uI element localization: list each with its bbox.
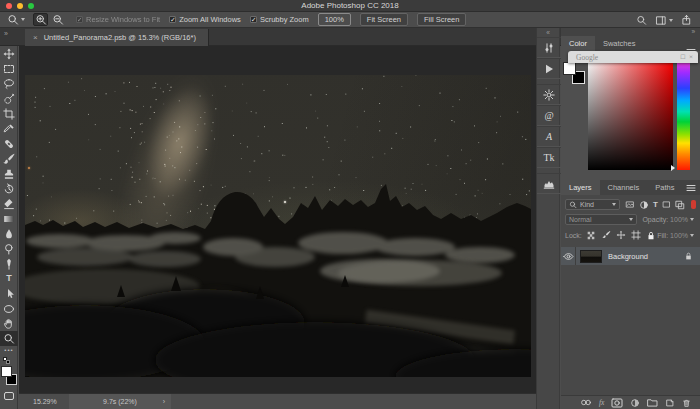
fill-value-select[interactable]: 100% — [668, 230, 696, 241]
app-title: Adobe Photoshop CC 2018 — [0, 0, 700, 12]
chevron-down-icon — [690, 234, 694, 237]
hue-strip[interactable] — [677, 58, 690, 170]
zoom-in-mode-button[interactable] — [33, 13, 48, 26]
foreground-color-swatch[interactable] — [563, 62, 576, 75]
tab-layers[interactable]: Layers — [561, 180, 600, 195]
toolbar-collapse-chevron[interactable]: » — [4, 30, 8, 37]
close-tab-icon[interactable]: × — [33, 33, 38, 42]
dock-paragraph-panel[interactable]: @ — [537, 105, 561, 126]
status-options-chevron[interactable]: › — [163, 398, 165, 405]
tab-swatches[interactable]: Swatches — [595, 36, 644, 51]
layer-name[interactable]: Background — [608, 252, 648, 261]
lock-transparent-icon[interactable] — [586, 230, 596, 240]
spot-healing-brush-tool[interactable] — [0, 136, 18, 151]
dock-sliders-panel[interactable] — [537, 37, 561, 58]
default-swap-colors[interactable] — [0, 356, 18, 365]
history-brush-tool[interactable] — [0, 181, 18, 196]
shape-filter-icon[interactable] — [662, 200, 671, 209]
lock-artboard-icon[interactable] — [631, 230, 641, 240]
photoshop-window: Adobe Photoshop CC 2018 ✓ Resize Windows… — [0, 0, 700, 409]
eyedropper-tool[interactable] — [0, 121, 18, 136]
pen-tool[interactable] — [0, 256, 18, 271]
foreground-background-swatches[interactable] — [0, 365, 18, 389]
dock-character-styles-panel[interactable]: A — [537, 126, 561, 147]
gradient-tool[interactable] — [0, 211, 18, 226]
search-icon[interactable] — [636, 15, 647, 26]
panel-menu-icon[interactable] — [686, 184, 696, 192]
pixel-filter-icon[interactable] — [625, 200, 635, 209]
adjustment-layer-icon[interactable] — [630, 398, 640, 408]
new-layer-icon[interactable] — [665, 398, 675, 408]
hand-tool[interactable] — [0, 316, 18, 331]
zoom-out-mode-button[interactable] — [50, 13, 65, 26]
crop-tool[interactable] — [0, 106, 18, 121]
tab-paths[interactable]: Paths — [647, 180, 682, 195]
ellipse-shape-tool[interactable] — [0, 301, 18, 316]
share-icon[interactable] — [681, 14, 692, 26]
dock-actions-panel[interactable] — [537, 58, 561, 79]
layer-visibility-toggle[interactable] — [561, 247, 576, 265]
lasso-tool[interactable] — [0, 76, 18, 91]
filter-kind-select[interactable]: Kind — [565, 199, 620, 210]
new-group-icon[interactable] — [647, 398, 658, 407]
workspace-switcher[interactable] — [655, 15, 673, 26]
zoom-all-windows-checkbox[interactable]: ✓ Zoom All Windows — [169, 15, 241, 24]
add-mask-icon[interactable] — [611, 398, 623, 408]
link-layers-icon[interactable] — [580, 398, 592, 407]
collapse-panels-chevron[interactable]: » — [691, 28, 695, 35]
screen-mode-button[interactable] — [0, 389, 18, 403]
tab-color[interactable]: Color — [561, 36, 595, 51]
document-tab[interactable]: × Untitled_Panorama2.psb @ 15.3% (RGB/16… — [25, 29, 209, 46]
clone-stamp-tool[interactable] — [0, 166, 18, 181]
tk-icon: Tk — [543, 152, 554, 163]
layer-style-fx-icon[interactable]: fx — [599, 398, 604, 407]
checkbox-icon: ✓ — [76, 16, 83, 23]
foreground-color-swatch[interactable] — [1, 366, 12, 377]
expand-panels-chevron[interactable]: « — [537, 28, 559, 37]
type-filter-icon[interactable]: T — [653, 200, 658, 209]
color-saturation-field[interactable] — [588, 58, 673, 170]
maximize-icon[interactable]: □ — [681, 53, 685, 61]
move-tool[interactable] — [0, 46, 18, 61]
lock-pixels-icon[interactable] — [601, 230, 611, 240]
scrubby-zoom-checkbox[interactable]: ✓ Scrubby Zoom — [250, 15, 309, 24]
status-info-segment[interactable]: 9.7s (22%) › — [69, 394, 171, 409]
filter-toggle-switch[interactable] — [691, 200, 696, 209]
delete-layer-icon[interactable] — [682, 398, 691, 408]
color-panel-body — [561, 51, 700, 180]
hue-slider-arrow[interactable] — [671, 165, 675, 171]
tab-channels[interactable]: Channels — [600, 180, 648, 195]
blur-tool[interactable] — [0, 226, 18, 241]
blend-mode-select[interactable]: Normal — [565, 214, 637, 225]
zoom-tool[interactable] — [0, 331, 18, 346]
rectangular-marquee-tool[interactable] — [0, 61, 18, 76]
smart-object-filter-icon[interactable] — [675, 200, 685, 210]
dock-histogram-panel[interactable] — [537, 173, 561, 194]
edit-toolbar-button[interactable]: ••• — [0, 346, 18, 356]
layer-row-background[interactable]: Background — [561, 247, 700, 265]
brush-tool[interactable] — [0, 151, 18, 166]
close-icon[interactable]: × — [689, 53, 693, 61]
blend-mode-value: Normal — [569, 216, 592, 223]
quick-selection-tool[interactable] — [0, 91, 18, 106]
fill-screen-button[interactable]: Fill Screen — [417, 13, 466, 26]
tool-preset-picker[interactable] — [7, 14, 25, 26]
fit-screen-button[interactable]: Fit Screen — [360, 13, 408, 26]
type-tool[interactable]: T — [0, 271, 18, 286]
opacity-value-select[interactable]: 100% — [668, 214, 696, 225]
dodge-tool[interactable] — [0, 241, 18, 256]
adjustment-filter-icon[interactable] — [639, 200, 649, 210]
lock-label: Lock: — [565, 232, 582, 239]
path-selection-tool[interactable] — [0, 286, 18, 301]
dock-filter-panel[interactable] — [537, 84, 561, 105]
canvas-image[interactable] — [25, 75, 531, 377]
google-floating-window[interactable]: Google □ × — [568, 51, 698, 63]
layer-thumbnail[interactable] — [580, 250, 602, 263]
zoom-100-button[interactable]: 100% — [318, 13, 351, 26]
status-zoom-level[interactable]: 15.29% — [33, 398, 63, 405]
document-workspace[interactable]: 15.29% 9.7s (22%) › — [19, 46, 536, 409]
lock-all-icon[interactable] — [646, 230, 656, 241]
lock-position-icon[interactable] — [616, 230, 626, 240]
dock-typekit-panel[interactable]: Tk — [537, 147, 561, 168]
eraser-tool[interactable] — [0, 196, 18, 211]
